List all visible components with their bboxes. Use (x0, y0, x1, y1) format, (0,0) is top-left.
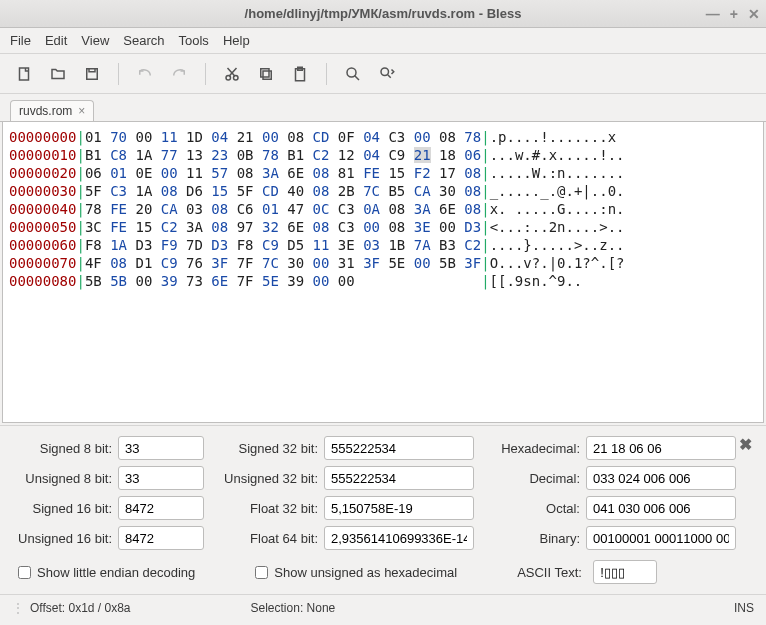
new-icon[interactable] (10, 60, 38, 88)
unsigned8-label: Unsigned 8 bit: (16, 471, 112, 486)
save-icon[interactable] (78, 60, 106, 88)
hex-row[interactable]: 00000030|5F C3 1A 08 D6 15 5F CD 40 08 2… (9, 182, 757, 200)
hex-row[interactable]: 00000020|06 01 0E 00 11 57 08 3A 6E 08 8… (9, 164, 757, 182)
redo-icon[interactable] (165, 60, 193, 88)
unsigned-hex-checkbox[interactable]: Show unsigned as hexadecimal (255, 565, 457, 580)
unsigned16-label: Unsigned 16 bit: (16, 531, 112, 546)
unsigned16-field[interactable] (118, 526, 204, 550)
oct-label: Octal: (484, 501, 580, 516)
copy-icon[interactable] (252, 60, 280, 88)
hex-row[interactable]: 00000040|78 FE 20 CA 03 08 C6 01 47 0C C… (9, 200, 757, 218)
svg-point-9 (381, 68, 389, 76)
hex-row[interactable]: 00000000|01 70 00 11 1D 04 21 00 08 CD 0… (9, 128, 757, 146)
hex-field[interactable] (586, 436, 736, 460)
dec-field[interactable] (586, 466, 736, 490)
undo-icon[interactable] (131, 60, 159, 88)
little-endian-checkbox[interactable]: Show little endian decoding (18, 565, 195, 580)
menu-file[interactable]: File (10, 33, 31, 48)
cut-icon[interactable] (218, 60, 246, 88)
float32-label: Float 32 bit: (214, 501, 318, 516)
titlebar: /home/dlinyj/tmp/УМК/asm/ruvds.rom - Ble… (0, 0, 766, 28)
status-mode: INS (734, 601, 754, 615)
oct-field[interactable] (586, 496, 736, 520)
menu-edit[interactable]: Edit (45, 33, 67, 48)
open-icon[interactable] (44, 60, 72, 88)
float32-field[interactable] (324, 496, 474, 520)
hex-view[interactable]: 00000000|01 70 00 11 1D 04 21 00 08 CD 0… (2, 121, 764, 423)
minimize-button[interactable]: — (706, 6, 720, 22)
close-button[interactable]: ✕ (748, 6, 760, 22)
bin-label: Binary: (484, 531, 580, 546)
bin-field[interactable] (586, 526, 736, 550)
dec-label: Decimal: (484, 471, 580, 486)
search-icon[interactable] (339, 60, 367, 88)
unsigned8-field[interactable] (118, 466, 204, 490)
status-offset: Offset: 0x1d / 0x8a (12, 601, 131, 615)
hex-label: Hexadecimal: (484, 441, 580, 456)
file-tab[interactable]: ruvds.rom × (10, 100, 94, 121)
svg-rect-4 (263, 71, 271, 79)
svg-rect-0 (20, 68, 29, 80)
signed8-field[interactable] (118, 436, 204, 460)
menu-tools[interactable]: Tools (179, 33, 209, 48)
hex-row[interactable]: 00000070|4F 08 D1 C9 76 3F 7F 7C 30 00 3… (9, 254, 757, 272)
menu-search[interactable]: Search (123, 33, 164, 48)
signed16-label: Signed 16 bit: (16, 501, 112, 516)
hex-row[interactable]: 00000060|F8 1A D3 F9 7D D3 F8 C9 D5 11 3… (9, 236, 757, 254)
ascii-label: ASCII Text: (517, 565, 587, 580)
unsigned32-field[interactable] (324, 466, 474, 490)
menubar: File Edit View Search Tools Help (0, 28, 766, 54)
tab-row: ruvds.rom × (0, 94, 766, 122)
signed32-label: Signed 32 bit: (214, 441, 318, 456)
hex-row[interactable]: 00000080|5B 5B 00 39 73 6E 7F 5E 39 00 0… (9, 272, 757, 290)
ascii-field[interactable] (593, 560, 657, 584)
signed32-field[interactable] (324, 436, 474, 460)
float64-label: Float 64 bit: (214, 531, 318, 546)
search-replace-icon[interactable] (373, 60, 401, 88)
float64-field[interactable] (324, 526, 474, 550)
window-title: /home/dlinyj/tmp/УМК/asm/ruvds.rom - Ble… (245, 6, 522, 21)
tab-close-icon[interactable]: × (78, 104, 85, 118)
status-selection: Selection: None (251, 601, 336, 615)
menu-help[interactable]: Help (223, 33, 250, 48)
signed16-field[interactable] (118, 496, 204, 520)
status-bar: Offset: 0x1d / 0x8a Selection: None INS (0, 594, 766, 620)
toolbar (0, 54, 766, 94)
menu-view[interactable]: View (81, 33, 109, 48)
unsigned32-label: Unsigned 32 bit: (214, 471, 318, 486)
paste-icon[interactable] (286, 60, 314, 88)
hex-row[interactable]: 00000010|B1 C8 1A 77 13 23 0B 78 B1 C2 1… (9, 146, 757, 164)
hex-row[interactable]: 00000050|3C FE 15 C2 3A 08 97 32 6E 08 C… (9, 218, 757, 236)
tab-label: ruvds.rom (19, 104, 72, 118)
data-inspector: ✖ Signed 8 bit: Signed 32 bit: Hexadecim… (0, 425, 766, 594)
inspector-clear-icon[interactable]: ✖ (739, 435, 752, 454)
signed8-label: Signed 8 bit: (16, 441, 112, 456)
svg-rect-5 (261, 68, 269, 76)
maximize-button[interactable]: + (730, 6, 738, 22)
